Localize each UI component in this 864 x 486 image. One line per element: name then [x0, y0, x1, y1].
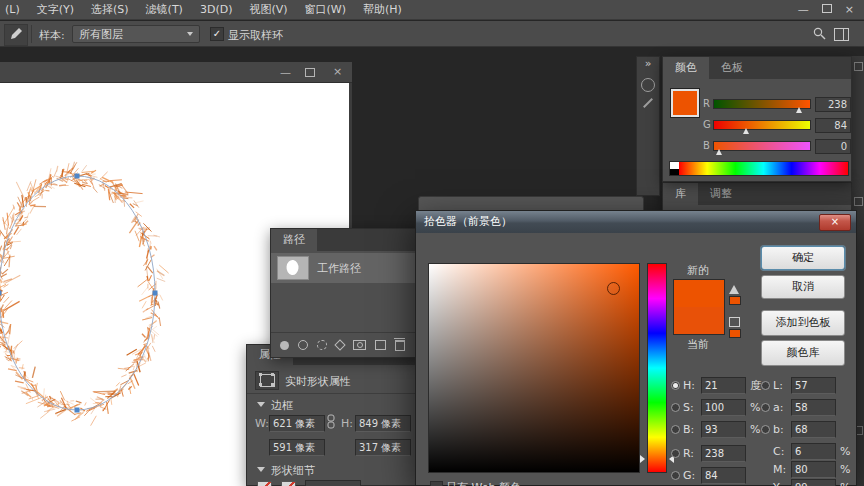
selection-to-path-icon[interactable]: [334, 339, 345, 350]
new-path-icon[interactable]: [375, 340, 386, 350]
doc-maximize-button[interactable]: [305, 68, 315, 77]
dock-panel-icon-1[interactable]: [641, 78, 655, 92]
green-slider-handle[interactable]: [743, 128, 749, 134]
stroke-path-icon[interactable]: [298, 340, 308, 350]
picker-current-color: [674, 307, 724, 334]
link-dimensions-icon[interactable]: [325, 414, 337, 430]
y-input[interactable]: 99: [791, 479, 836, 486]
height-input[interactable]: 849 像素: [355, 415, 411, 432]
menu-item-3d[interactable]: 3D(D): [200, 3, 233, 16]
l-radio[interactable]: [761, 381, 770, 390]
stroke-width-input[interactable]: [305, 480, 361, 486]
width-input[interactable]: 621 像素: [269, 415, 325, 432]
add-mask-icon[interactable]: [353, 340, 366, 350]
path-to-selection-icon[interactable]: [317, 340, 327, 350]
blue-value-input[interactable]: 0: [815, 139, 851, 154]
hue-slider-arrow-left[interactable]: [640, 455, 645, 463]
tab-libraries[interactable]: 库: [663, 183, 698, 205]
chevron-down-icon[interactable]: [257, 402, 265, 407]
app-close-button[interactable]: ×: [845, 3, 854, 16]
g-radio[interactable]: [671, 471, 680, 480]
hue-strip[interactable]: [647, 263, 667, 473]
eyedropper-tool-button[interactable]: [4, 24, 28, 46]
gamut-warning-button[interactable]: [729, 285, 741, 305]
menu-item-view[interactable]: 视图(V): [249, 2, 287, 17]
blue-slider-handle[interactable]: [716, 149, 722, 155]
m-input[interactable]: 80: [791, 461, 836, 478]
color-spectrum-ramp[interactable]: [669, 161, 849, 176]
red-slider-handle[interactable]: [796, 107, 802, 113]
h-input[interactable]: 21: [701, 377, 746, 394]
spectrum-rainbow[interactable]: [679, 162, 848, 175]
green-slider[interactable]: [713, 120, 811, 130]
stroke-color-chip[interactable]: [281, 481, 296, 486]
web-only-checkbox[interactable]: [430, 481, 443, 486]
foreground-swatch[interactable]: [671, 89, 699, 117]
workspace-icon[interactable]: [834, 28, 849, 41]
green-value-input[interactable]: 84: [815, 118, 851, 133]
red-slider[interactable]: [713, 99, 811, 109]
field-label: R:: [683, 447, 698, 460]
b-radio[interactable]: [671, 425, 680, 434]
red-value-input[interactable]: 238: [815, 97, 851, 112]
tab-adjustments[interactable]: 调整: [698, 183, 744, 205]
delete-path-icon[interactable]: [395, 340, 405, 351]
sv-marker[interactable]: [607, 282, 620, 295]
dock-panel-icon-2[interactable]: [643, 98, 653, 108]
expand-dock-button[interactable]: »: [637, 57, 659, 70]
r-input[interactable]: 238: [701, 445, 746, 462]
lab-b-input[interactable]: 68: [791, 421, 836, 438]
menu-item-layer[interactable]: (L): [5, 3, 20, 16]
menu-item-type[interactable]: 文字(Y): [37, 2, 74, 17]
app-maximize-button[interactable]: [822, 3, 832, 16]
s-input[interactable]: 100: [701, 399, 746, 416]
chevron-down-icon[interactable]: [257, 467, 265, 472]
color-libraries-button[interactable]: 颜色库: [761, 340, 845, 366]
search-button[interactable]: [812, 26, 827, 44]
show-sampling-ring-checkbox[interactable]: ✓: [210, 27, 224, 41]
app-minimize-button[interactable]: —: [798, 3, 809, 16]
doc-minimize-button[interactable]: —: [280, 66, 291, 79]
fill-path-icon[interactable]: [280, 341, 289, 350]
dock-tab-icon-1[interactable]: [854, 62, 863, 71]
work-path-row[interactable]: 工作路径: [271, 253, 419, 283]
menu-item-select[interactable]: 选择(S): [91, 2, 129, 17]
color-picker-titlebar[interactable]: 拾色器（前景色） ×: [416, 211, 856, 233]
dialog-close-button[interactable]: ×: [819, 214, 851, 231]
menu-item-window[interactable]: 窗口(W): [305, 2, 346, 17]
cancel-button[interactable]: 取消: [761, 275, 845, 299]
h-radio[interactable]: [671, 381, 680, 390]
g-input[interactable]: 84: [701, 467, 746, 484]
sv-gradient[interactable]: [428, 263, 640, 473]
web-safe-button[interactable]: [729, 317, 741, 338]
panel-menu-button[interactable]: [843, 57, 851, 79]
s-radio[interactable]: [671, 403, 680, 412]
document-titlebar[interactable]: — ×: [0, 62, 352, 83]
lab-a-row: a: 58: [761, 399, 854, 415]
a-radio[interactable]: [761, 403, 770, 412]
fill-color-chip[interactable]: [257, 481, 272, 486]
tab-swatches[interactable]: 色板: [709, 57, 755, 79]
tab-color[interactable]: 颜色: [663, 57, 709, 79]
blue-slider[interactable]: [713, 141, 811, 151]
a-input[interactable]: 58: [791, 399, 836, 416]
path-thumbnail: [277, 256, 309, 280]
dock-tab-icon-2[interactable]: [854, 197, 863, 206]
c-input[interactable]: 6: [791, 443, 836, 460]
spectrum-bw-cap[interactable]: [670, 162, 679, 175]
menu-item-filter[interactable]: 滤镜(T): [146, 2, 183, 17]
ok-button[interactable]: 确定: [761, 246, 845, 270]
r-radio[interactable]: [671, 449, 680, 458]
b-input[interactable]: 93: [701, 421, 746, 438]
sample-dropdown[interactable]: 所有图层: [72, 25, 200, 43]
y-input[interactable]: 317 像素: [355, 439, 411, 456]
x-input[interactable]: 591 像素: [269, 439, 325, 456]
height-label: H:: [341, 417, 353, 430]
width-label: W:: [255, 417, 269, 430]
lab-b-radio[interactable]: [761, 425, 770, 434]
menu-item-help[interactable]: 帮助(H): [363, 2, 402, 17]
tab-paths[interactable]: 路径: [271, 229, 317, 251]
l-input[interactable]: 57: [791, 377, 836, 394]
doc-close-button[interactable]: ×: [333, 65, 342, 78]
add-to-swatches-button[interactable]: 添加到色板: [761, 310, 845, 336]
